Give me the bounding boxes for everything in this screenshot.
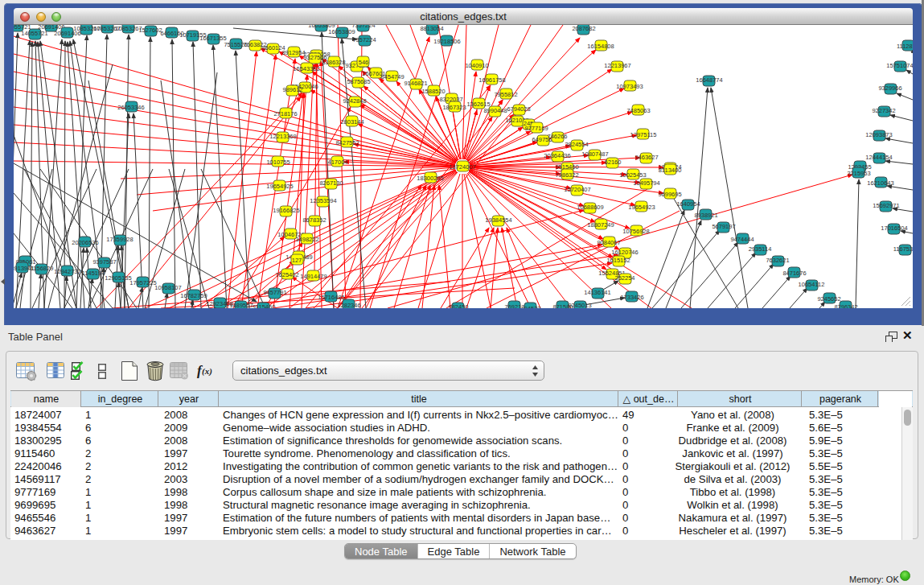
svg-text:12213369: 12213369 [269, 133, 296, 140]
svg-text:1112873: 1112873 [897, 43, 913, 50]
svg-text:3215953: 3215953 [847, 170, 870, 177]
svg-text:9474444: 9474444 [730, 236, 754, 243]
svg-text:16543362: 16543362 [293, 65, 319, 72]
svg-text:1010755: 1010755 [266, 159, 290, 166]
svg-text:1527602: 1527602 [138, 27, 162, 34]
svg-text:2803144: 2803144 [340, 118, 363, 126]
svg-text:14914479: 14914479 [300, 273, 326, 280]
svg-text:16961758: 16961758 [478, 76, 505, 84]
svg-text:15720407: 15720407 [564, 186, 590, 193]
svg-text:26053346: 26053346 [117, 104, 144, 111]
svg-text:16495794: 16495794 [633, 179, 659, 187]
svg-text:7357224: 7357224 [352, 36, 376, 43]
svg-text:5875685: 5875685 [347, 78, 370, 85]
svg-text:746266: 746266 [547, 133, 567, 140]
svg-text:9329966: 9329966 [878, 84, 901, 92]
svg-text:16648774: 16648774 [696, 76, 722, 84]
svg-text:17359928: 17359928 [106, 236, 133, 243]
svg-text:12213967: 12213967 [604, 62, 630, 69]
svg-text:16154808: 16154808 [587, 43, 614, 50]
svg-text:9146821: 9146821 [404, 80, 427, 87]
svg-text:10807487: 10807487 [581, 150, 608, 158]
svg-text:1040910: 1040910 [465, 62, 488, 69]
svg-text:989612: 989612 [282, 86, 302, 93]
svg-text:1156829: 1156829 [31, 265, 54, 272]
svg-text:9463627: 9463627 [634, 154, 658, 161]
svg-text:12353594: 12353594 [310, 197, 336, 204]
svg-text:1615152: 1615152 [606, 257, 630, 264]
svg-text:252254: 252254 [614, 274, 634, 282]
svg-text:20364436: 20364436 [544, 152, 570, 159]
svg-text:8813054: 8813054 [420, 25, 443, 32]
svg-text:546: 546 [359, 59, 369, 66]
svg-text:3824554: 3824554 [565, 141, 588, 148]
svg-text:12975115: 12975115 [630, 131, 657, 138]
svg-text:14136141: 14136141 [584, 289, 610, 296]
svg-text:17957225: 17957225 [129, 279, 156, 286]
svg-text:7955812: 7955812 [494, 91, 517, 98]
svg-text:7986322: 7986322 [555, 171, 578, 179]
svg-text:18724007: 18724007 [449, 163, 475, 171]
svg-text:7632621: 7632621 [766, 257, 789, 264]
svg-text:982450: 982450 [448, 303, 468, 308]
svg-text:127: 127 [292, 257, 302, 264]
svg-text:8990448: 8990448 [483, 107, 507, 114]
svg-text:3498222: 3498222 [295, 236, 318, 243]
svg-text:1145194: 1145194 [82, 270, 105, 277]
svg-text:9084067: 9084067 [597, 239, 620, 246]
svg-text:15716485: 15716485 [318, 294, 344, 301]
svg-text:9227342: 9227342 [872, 107, 895, 114]
svg-text:10958107: 10958107 [154, 284, 181, 291]
svg-text:8938921: 8938921 [694, 212, 717, 219]
svg-text:12444154: 12444154 [865, 154, 892, 161]
svg-text:1640954: 1640954 [676, 200, 700, 208]
svg-text:7357224: 7357224 [351, 25, 375, 29]
svg-text:1867323: 1867323 [442, 104, 466, 111]
svg-text:8471676: 8471676 [782, 270, 806, 277]
svg-text:7485063: 7485063 [626, 107, 650, 114]
svg-text:8186328: 8186328 [322, 59, 345, 66]
svg-text:9457791: 9457791 [263, 289, 286, 296]
svg-text:2087682: 2087682 [572, 25, 595, 32]
svg-text:(x): (x) [202, 366, 212, 377]
svg-text:12942737: 12942737 [54, 268, 80, 275]
svg-text:5679197: 5679197 [712, 223, 735, 230]
svg-text:9397587: 9397587 [92, 258, 116, 266]
svg-text:8267130: 8267130 [319, 179, 343, 187]
svg-text:8113400: 8113400 [659, 167, 682, 174]
svg-text:2718176: 2718176 [273, 110, 297, 117]
svg-text:16053809: 16053809 [328, 28, 355, 35]
svg-text:1282346: 1282346 [337, 302, 360, 308]
svg-text:8678352: 8678352 [302, 216, 326, 224]
svg-text:1489557: 1489557 [229, 302, 253, 308]
svg-text:16671355: 16671355 [199, 35, 226, 42]
svg-text:19654923: 19654923 [628, 204, 655, 211]
svg-text:417004: 417004 [327, 159, 347, 166]
svg-text:15692971: 15692971 [873, 202, 899, 209]
svg-text:17016504: 17016504 [881, 225, 907, 232]
svg-text:1167533: 1167533 [893, 245, 913, 253]
svg-text:10756928: 10756928 [622, 228, 649, 235]
svg-text:19218506: 19218506 [433, 38, 460, 45]
svg-text:10973493: 10973493 [616, 83, 643, 90]
svg-text:19384554: 19384554 [485, 216, 511, 224]
svg-text:10025453: 10025453 [619, 171, 646, 179]
svg-text:10688609: 10688609 [577, 204, 603, 211]
svg-text:9245013: 9245013 [568, 302, 591, 308]
svg-text:19654925: 19654925 [266, 183, 293, 190]
svg-text:16210643: 16210643 [867, 179, 893, 187]
svg-text:20206536: 20206536 [72, 239, 98, 246]
svg-text:12093873: 12093873 [865, 131, 892, 138]
svg-text:18300295: 18300295 [417, 175, 443, 182]
svg-text:16120746: 16120746 [611, 249, 638, 256]
svg-text:104522: 104522 [520, 305, 540, 308]
svg-text:9115460: 9115460 [253, 303, 276, 308]
svg-text:8427552: 8427552 [335, 139, 359, 146]
svg-text:1733426: 1733426 [620, 294, 643, 301]
svg-text:14055721: 14055721 [21, 30, 47, 37]
svg-text:19166825: 19166825 [273, 207, 299, 214]
svg-text:18807249: 18807249 [587, 221, 614, 229]
svg-text:9699695: 9699695 [658, 191, 681, 198]
svg-text:16782759: 16782759 [180, 292, 207, 299]
svg-text:9777169: 9777169 [524, 125, 548, 132]
